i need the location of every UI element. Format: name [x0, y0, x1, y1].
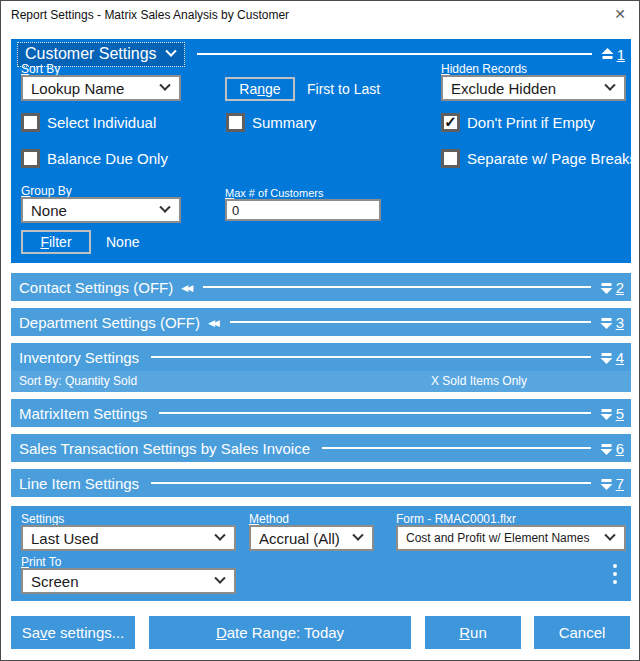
separate-page-breaks-checkbox[interactable]: ✓ Separate w/ Page Breaks: [441, 148, 637, 168]
range-value: First to Last: [307, 81, 380, 97]
method-dropdown[interactable]: Accrual (All): [249, 525, 374, 551]
chevron-down-icon: [214, 573, 225, 584]
section-index[interactable]: 2: [616, 279, 624, 296]
expand-down-icon[interactable]: [600, 316, 613, 329]
collapse-up-icon[interactable]: [601, 48, 614, 61]
section-index[interactable]: 7: [616, 475, 624, 492]
chevron-down-icon: [165, 45, 176, 56]
section-index[interactable]: 1: [617, 46, 625, 63]
divider: [197, 53, 592, 55]
filter-button[interactable]: Filter: [21, 230, 91, 254]
expand-down-icon[interactable]: [600, 281, 613, 294]
chevron-down-icon: [214, 530, 225, 541]
sort-by-dropdown[interactable]: Lookup Name: [21, 75, 181, 101]
section-index[interactable]: 5: [616, 405, 624, 422]
department-settings-bar[interactable]: Department Settings (OFF) ◀◀ 3: [11, 308, 631, 336]
section-index[interactable]: 6: [616, 440, 624, 457]
report-settings-dialog: Report Settings - Matrix Sales Analysis …: [0, 0, 640, 661]
hidden-records-label: Hidden Records: [441, 62, 527, 76]
customer-settings-section: Customer Settings 1 Sort By Lookup Name …: [11, 39, 631, 263]
off-icon: ◀◀: [181, 283, 191, 293]
inventory-settings-bar[interactable]: Inventory Settings 4: [11, 343, 631, 371]
print-to-dropdown[interactable]: Screen: [21, 568, 236, 594]
dont-print-if-empty-checkbox[interactable]: ✓ Don't Print if Empty: [441, 112, 595, 132]
matrixitem-settings-bar[interactable]: MatrixItem Settings 5: [11, 399, 631, 427]
settings-dropdown[interactable]: Last Used: [21, 525, 236, 551]
divider: [322, 447, 591, 449]
check-icon: ✓: [444, 114, 457, 129]
divider: [230, 321, 591, 323]
title-bar: Report Settings - Matrix Sales Analysis …: [1, 1, 639, 29]
chevron-down-icon: [604, 80, 615, 91]
checkbox[interactable]: ✓: [441, 113, 460, 132]
contact-settings-bar[interactable]: Contact Settings (OFF) ◀◀ 2: [11, 273, 631, 301]
form-label: Form - RMAC0001.flxr: [396, 512, 516, 526]
summary-checkbox[interactable]: ✓ Summary: [226, 112, 316, 132]
chevron-down-icon: [352, 530, 363, 541]
divider: [151, 356, 591, 358]
output-panel: Settings Last Used Method Accrual (All) …: [11, 506, 631, 601]
group-by-dropdown[interactable]: None: [21, 197, 181, 223]
expand-down-icon[interactable]: [600, 442, 613, 455]
section-index[interactable]: 4: [616, 349, 624, 366]
settings-label: Settings: [21, 512, 64, 526]
save-settings-button[interactable]: Save settings...: [11, 616, 135, 649]
chevron-down-icon: [604, 530, 615, 541]
checkbox[interactable]: ✓: [226, 113, 245, 132]
run-button[interactable]: Run: [425, 616, 521, 649]
max-customers-input[interactable]: [225, 199, 381, 221]
inventory-settings-summary: Sort By: Quantity Sold X Sold Items Only: [11, 371, 631, 392]
checkbox[interactable]: ✓: [21, 149, 40, 168]
divider: [151, 482, 591, 484]
range-button[interactable]: Range: [225, 77, 295, 101]
divider: [159, 412, 590, 414]
expand-down-icon[interactable]: [600, 351, 613, 364]
inventory-sort-by: Sort By: Quantity Sold: [19, 374, 137, 388]
off-icon: ◀◀: [208, 318, 218, 328]
expand-down-icon[interactable]: [600, 407, 613, 420]
group-by-label: Group By: [21, 184, 72, 198]
chevron-down-icon: [159, 202, 170, 213]
window-title: Report Settings - Matrix Sales Analysis …: [11, 8, 289, 22]
max-customers-label: Max # of Customers: [225, 187, 323, 199]
section-title: Customer Settings: [25, 45, 157, 63]
sales-transaction-settings-bar[interactable]: Sales Transaction Settings by Sales Invo…: [11, 434, 631, 462]
checkbox[interactable]: ✓: [441, 149, 460, 168]
expand-down-icon[interactable]: [600, 477, 613, 490]
form-dropdown[interactable]: Cost and Profit w/ Element Names: [396, 525, 626, 551]
sort-by-label: Sort By: [21, 62, 60, 76]
divider: [203, 286, 591, 288]
print-to-label: Print To: [21, 555, 61, 569]
select-individual-checkbox[interactable]: ✓ Select Individual: [21, 112, 156, 132]
line-item-settings-bar[interactable]: Line Item Settings 7: [11, 469, 631, 497]
filter-value: None: [106, 234, 139, 250]
inventory-sold-items-only: X Sold Items Only: [431, 374, 527, 388]
section-index[interactable]: 3: [616, 314, 624, 331]
method-label: Method: [249, 512, 289, 526]
close-icon[interactable]: ✕: [614, 6, 626, 22]
cancel-button[interactable]: Cancel: [534, 616, 630, 649]
more-options-icon[interactable]: [613, 564, 617, 584]
chevron-down-icon: [159, 80, 170, 91]
customer-settings-header: Customer Settings 1: [17, 42, 625, 66]
checkbox[interactable]: ✓: [21, 113, 40, 132]
balance-due-only-checkbox[interactable]: ✓ Balance Due Only: [21, 148, 168, 168]
hidden-records-dropdown[interactable]: Exclude Hidden: [441, 75, 626, 101]
date-range-button[interactable]: Date Range: Today: [149, 616, 411, 649]
